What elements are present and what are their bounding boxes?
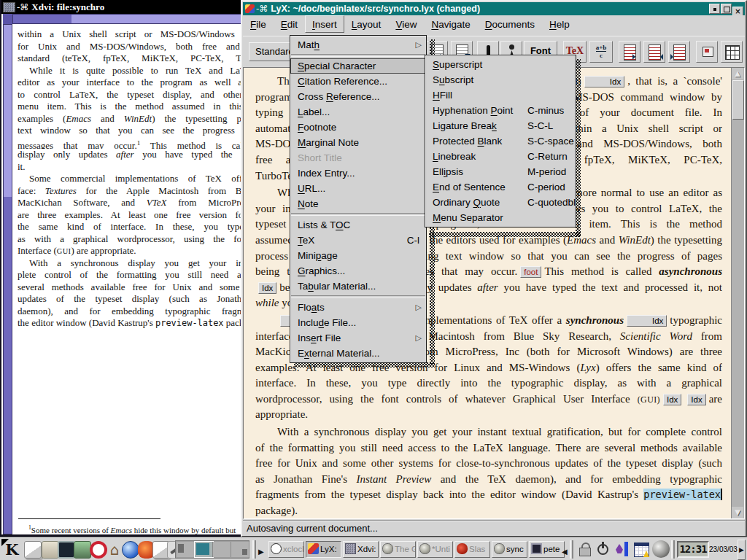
taskbar-scroll-right-icon[interactable]: ▶ xyxy=(258,546,264,558)
scroll-up-icon[interactable]: ▲ xyxy=(732,68,743,79)
help-icon[interactable] xyxy=(90,541,107,559)
insert-menu-item-footnote[interactable]: Footnote xyxy=(290,120,426,135)
insert-menu-item-short-title[interactable]: Short Title xyxy=(290,150,426,166)
task-button-xdvi[interactable]: Xdvi: xyxy=(343,541,379,558)
footnote-inset[interactable]: foot xyxy=(520,266,541,278)
browser-icon[interactable] xyxy=(122,541,139,559)
desktop-pager[interactable] xyxy=(175,540,249,559)
terminal-icon[interactable] xyxy=(58,541,75,559)
xdvi-titlebar[interactable]: -⌘Xdvi: file:synchro xyxy=(1,0,244,14)
special-menu-item-subscript[interactable]: Subscript xyxy=(425,72,576,88)
xdvi-hscroll-thumb[interactable] xyxy=(71,15,245,23)
index-inset[interactable]: Idx xyxy=(584,76,624,88)
xdvi-horizontal-scrollbar[interactable] xyxy=(12,14,244,24)
insert-menu-item-graphics[interactable]: Graphics... xyxy=(290,263,426,279)
scroll-down-icon[interactable]: ▼ xyxy=(732,507,743,518)
insert-menu-item-external-material[interactable]: External Material... xyxy=(290,346,426,361)
insert-menu-item-index-entry[interactable]: Index Entry... xyxy=(290,166,426,181)
document-scrollbar[interactable]: ▲ ▼ xyxy=(731,68,744,518)
insert-menu-item-tabular-material[interactable]: Tabular Material... xyxy=(290,279,426,294)
task-button-the-g[interactable]: The G xyxy=(380,541,416,558)
insert-menu-item-note[interactable]: Note xyxy=(290,196,426,211)
toolbar-insert-margin-icon[interactable] xyxy=(643,41,665,63)
insert-menu-item-url[interactable]: URL... xyxy=(290,181,426,196)
insert-menu-item-floats[interactable]: Floats▷ xyxy=(290,300,426,315)
insert-menu-item-tex[interactable]: TeXC-l xyxy=(290,233,426,248)
toolbar-insert-table-icon[interactable] xyxy=(721,41,743,63)
k-menu-button[interactable]: K xyxy=(2,540,22,559)
kcontrol-icon[interactable] xyxy=(74,541,91,559)
xdvi-vertical-scrollbar[interactable] xyxy=(3,24,12,534)
toolbar-insert-figure-icon[interactable] xyxy=(696,41,718,63)
taskbar-scroll-left-icon[interactable]: ◀ xyxy=(562,546,568,558)
panel-handle[interactable] xyxy=(570,540,573,559)
index-inset[interactable]: Idx xyxy=(258,282,276,294)
pager-desktop-2[interactable] xyxy=(195,542,213,557)
insert-menu-item-lists-toc[interactable]: Lists & TOC xyxy=(290,217,426,233)
special-menu-item-hyphenation-point[interactable]: Hyphenation PointC-minus xyxy=(425,103,576,118)
i-text: VTeX xyxy=(147,197,167,208)
insert-menu-item-label[interactable]: Label... xyxy=(290,104,426,120)
xdvi-vscroll-thumb[interactable] xyxy=(4,25,12,197)
index-inset[interactable]: Idx xyxy=(687,394,705,405)
task-button-xclock[interactable]: xclock xyxy=(268,541,304,558)
lyx-titlebar[interactable]: -⌘LyX: ~/doc/beginlatex/src/synchro.lyx … xyxy=(243,2,745,15)
insert-menu-item-insert-file[interactable]: Insert File▷ xyxy=(290,330,426,346)
toolbar-change-depth-icon[interactable] xyxy=(668,41,690,63)
toolbar-insert-footnote-icon[interactable] xyxy=(619,41,640,63)
insert-menu-item-marginal-note[interactable]: Marginal Note xyxy=(290,135,426,150)
organizer-icon[interactable] xyxy=(633,541,649,557)
panel-handle[interactable] xyxy=(671,540,675,559)
toolbar-math-mode-icon[interactable]: a+bc xyxy=(589,41,613,63)
menubar-item-edit[interactable]: Edit xyxy=(274,15,305,33)
special-menu-item-ligature-break[interactable]: Ligature BreakS-C-L xyxy=(425,118,576,133)
pager-desktop-1[interactable] xyxy=(177,542,195,557)
lock-icon[interactable] xyxy=(576,541,592,557)
insert-menu-item-cross-reference[interactable]: Cross Reference... xyxy=(290,89,426,104)
home-icon[interactable]: ⌂ xyxy=(106,541,123,559)
task-button-slas[interactable]: Slas xyxy=(454,541,490,558)
insert-menu-item-special-character[interactable]: Special Character xyxy=(290,58,426,74)
index-inset[interactable]: Idx xyxy=(627,315,667,327)
task-button-lyx[interactable]: LyX: xyxy=(306,541,341,558)
special-menu-item-superscript[interactable]: Superscript xyxy=(425,57,576,72)
text-run: ) offers the same kind of xyxy=(596,362,722,373)
special-menu-item-linebreak[interactable]: LinebreakC-Return xyxy=(425,149,576,164)
panel-clock[interactable]: 12:31 xyxy=(677,541,709,558)
insert-menu-item-math[interactable]: Math▷ xyxy=(290,37,426,52)
menubar-item-documents[interactable]: Documents xyxy=(478,15,542,33)
menubar-item-layout[interactable]: Layout xyxy=(344,15,389,33)
document-scroll-thumb[interactable] xyxy=(732,80,744,120)
special-menu-item-ellipsis[interactable]: EllipsisM-period xyxy=(425,164,576,179)
panel-hide-button[interactable]: ▶ xyxy=(738,540,746,560)
task-button-pete[interactable]: pete xyxy=(529,541,565,558)
special-menu-item-menu-separator[interactable]: Menu Separator xyxy=(425,210,576,225)
task-button-unti[interactable]: *Unti xyxy=(417,541,453,558)
special-menu-item-protected-blank[interactable]: Protected BlankS-C-space xyxy=(425,133,576,149)
moon-icon[interactable] xyxy=(652,540,670,558)
minimize-button[interactable] xyxy=(709,4,720,14)
klipper-icon[interactable] xyxy=(614,541,630,557)
special-menu-item-ordinary-quote[interactable]: Ordinary QuoteC-quotedbl xyxy=(425,195,576,210)
desktop-icon[interactable] xyxy=(42,541,59,559)
power-icon[interactable] xyxy=(595,541,611,557)
papers-icon[interactable] xyxy=(24,541,42,559)
panel-date[interactable]: 23/03/03 xyxy=(709,541,737,558)
insert-menu-item-include-file[interactable]: Include File... xyxy=(290,315,426,330)
menubar-item-navigate[interactable]: Navigate xyxy=(424,15,477,33)
menubar-item-insert[interactable]: Insert xyxy=(305,15,344,33)
task-button-sync[interactable]: sync xyxy=(492,541,527,558)
insert-menu-item-citation-reference[interactable]: Citation Reference... xyxy=(290,74,426,89)
insert-menu-item-minipage[interactable]: Minipage xyxy=(290,248,426,263)
close-button[interactable]: × xyxy=(732,7,743,15)
pager-desktop-3[interactable] xyxy=(213,542,231,557)
special-menu-item-hfill[interactable]: HFill xyxy=(425,88,576,103)
index-inset[interactable]: Idx xyxy=(663,394,681,405)
menubar-item-view[interactable]: View xyxy=(388,15,424,33)
panel-handle[interactable] xyxy=(252,540,256,559)
menubar-item-help[interactable]: Help xyxy=(542,15,577,33)
special-menu-item-end-of-sentence[interactable]: End of SentenceC-period xyxy=(425,179,576,195)
menubar-item-file[interactable]: File xyxy=(243,15,274,33)
pager-desktop-4[interactable] xyxy=(231,542,249,557)
maximize-button[interactable] xyxy=(721,4,732,14)
